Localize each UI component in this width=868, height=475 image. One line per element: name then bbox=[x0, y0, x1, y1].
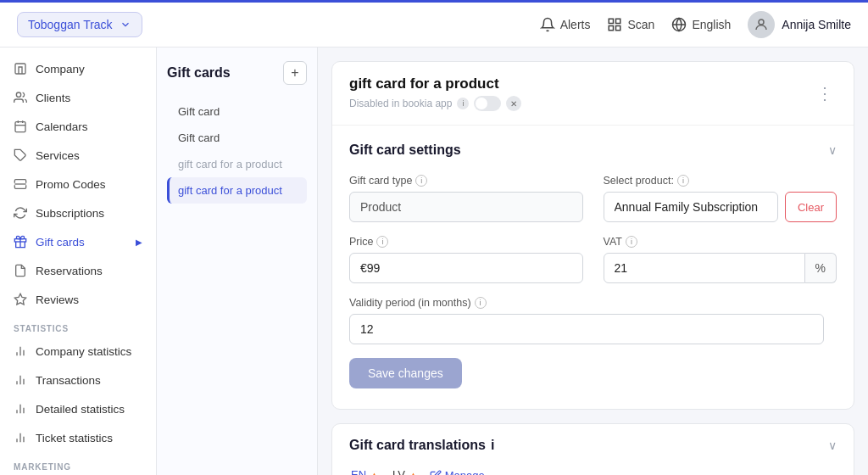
sidebar-item-reviews[interactable]: Reviews bbox=[0, 285, 156, 314]
info-icon[interactable]: i bbox=[457, 98, 469, 109]
add-gift-card-button[interactable]: + bbox=[283, 61, 307, 85]
gift-card-type-label: Gift card type i bbox=[349, 175, 583, 187]
vat-unit: % bbox=[805, 253, 837, 283]
lang-tab-lv-label: LV bbox=[392, 468, 405, 475]
price-group: Price i bbox=[349, 236, 583, 283]
translations-card: Gift card translations i ∨ EN ▲ LV ▲ bbox=[331, 423, 854, 475]
list-item[interactable]: gift card for a product bbox=[167, 177, 307, 204]
settings-section-title: Gift card settings bbox=[349, 142, 461, 158]
collapse-icon[interactable]: ∨ bbox=[828, 143, 837, 157]
validity-info-icon[interactable]: i bbox=[475, 297, 487, 309]
manage-link[interactable]: Manage bbox=[430, 469, 485, 475]
sidebar-item-ticket-statistics[interactable]: Ticket statistics bbox=[0, 423, 156, 452]
validity-input[interactable] bbox=[349, 314, 824, 344]
sidebar-item-clients[interactable]: Clients bbox=[0, 83, 156, 112]
sidebar-item-company-statistics[interactable]: Company statistics bbox=[0, 337, 156, 366]
sidebar-item-label: Clients bbox=[36, 92, 70, 104]
list-item[interactable]: Gift card bbox=[167, 125, 307, 151]
list-item[interactable]: Gift card bbox=[167, 98, 307, 125]
translations-collapse-icon[interactable]: ∨ bbox=[828, 439, 837, 452]
sidebar-item-label: Company statistics bbox=[36, 345, 131, 358]
marketing-section-label: MARKETING bbox=[0, 452, 156, 475]
sidebar-item-label: Services bbox=[36, 149, 80, 162]
brand-name: Toboggan Track bbox=[28, 18, 113, 31]
sidebar-item-promo-codes[interactable]: Promo Codes bbox=[0, 170, 156, 198]
calendar-icon bbox=[14, 120, 27, 133]
sidebar-item-detailed-statistics[interactable]: Detailed statistics bbox=[0, 394, 156, 423]
statistics-section-label: STATISTICS bbox=[0, 314, 156, 337]
scan-button[interactable]: Scan bbox=[607, 17, 654, 32]
scan-icon bbox=[607, 17, 622, 32]
list-item[interactable]: gift card for a product bbox=[167, 151, 307, 177]
gift-cards-sub-panel: Gift cards + Gift card Gift card gift ca… bbox=[157, 48, 318, 475]
pencil-icon bbox=[430, 470, 442, 476]
svg-rect-2 bbox=[609, 26, 614, 31]
chart-icon bbox=[14, 344, 27, 358]
lang-tab-en[interactable]: EN ▲ bbox=[349, 465, 381, 475]
sidebar-arrow-icon: ▶ bbox=[136, 238, 142, 247]
form-grid: Gift card type i Select product: i Clear bbox=[349, 175, 837, 222]
services-icon bbox=[14, 148, 27, 162]
card-title-row: gift card for a product bbox=[349, 75, 813, 92]
brand-selector[interactable]: Toboggan Track bbox=[17, 12, 142, 37]
card-menu-button[interactable]: ⋮ bbox=[813, 81, 837, 105]
disabled-badge: Disabled in bookia app i ✕ bbox=[349, 96, 813, 111]
subscriptions-icon bbox=[14, 206, 27, 220]
sidebar-item-services[interactable]: Services bbox=[0, 141, 156, 170]
language-selector[interactable]: English bbox=[671, 17, 731, 32]
sidebar-item-label: Transactions bbox=[36, 374, 101, 387]
sidebar-item-calendars[interactable]: Calendars bbox=[0, 112, 156, 141]
price-info-icon[interactable]: i bbox=[376, 236, 388, 248]
manage-label: Manage bbox=[445, 469, 485, 475]
clear-button[interactable]: Clear bbox=[785, 192, 837, 222]
sidebar-item-subscriptions[interactable]: Subscriptions bbox=[0, 198, 156, 227]
sidebar-item-gift-cards[interactable]: Gift cards ▶ bbox=[0, 227, 156, 256]
sidebar-item-transactions[interactable]: Transactions bbox=[0, 366, 156, 394]
layout: Company Clients Calendars Services Promo… bbox=[0, 48, 868, 475]
user-menu[interactable]: Annija Smilte bbox=[748, 11, 851, 38]
sidebar-item-label: Calendars bbox=[36, 120, 88, 133]
en-warning-icon: ▲ bbox=[370, 470, 379, 476]
card-header: gift card for a product Disabled in book… bbox=[332, 62, 854, 126]
sidebar-item-label: Gift cards bbox=[36, 236, 85, 249]
close-icon[interactable]: ✕ bbox=[506, 96, 521, 111]
type-info-icon[interactable]: i bbox=[415, 175, 427, 187]
app-toggle[interactable] bbox=[474, 96, 501, 111]
price-input[interactable] bbox=[349, 253, 583, 283]
sidebar-item-label: Promo Codes bbox=[36, 178, 106, 191]
alerts-label: Alerts bbox=[560, 18, 591, 31]
ticket-stats-icon bbox=[14, 431, 27, 444]
avatar bbox=[748, 11, 775, 38]
svg-rect-9 bbox=[15, 122, 25, 132]
sidebar: Company Clients Calendars Services Promo… bbox=[0, 48, 157, 475]
sidebar-item-company[interactable]: Company bbox=[0, 54, 156, 83]
globe-icon bbox=[671, 17, 687, 32]
select-product-input[interactable] bbox=[604, 192, 778, 222]
select-product-group: Select product: i Clear bbox=[604, 175, 837, 222]
form-grid-2: Price i VAT i % bbox=[349, 236, 837, 283]
chevron-down-icon bbox=[120, 19, 131, 31]
main-content: gift card for a product Disabled in book… bbox=[318, 48, 868, 475]
card-title: gift card for a product bbox=[349, 75, 499, 92]
save-changes-button[interactable]: Save changes bbox=[349, 358, 462, 388]
gift-card-type-input[interactable] bbox=[349, 192, 583, 222]
svg-rect-7 bbox=[15, 64, 25, 74]
product-info-icon[interactable]: i bbox=[677, 175, 689, 187]
gift-card-type-group: Gift card type i bbox=[349, 175, 583, 222]
sidebar-item-label: Subscriptions bbox=[36, 207, 104, 220]
list-item-label: Gift card bbox=[178, 105, 220, 118]
transactions-icon bbox=[14, 373, 27, 387]
top-actions: Alerts Scan English Annija Smilte bbox=[540, 11, 851, 38]
sidebar-item-reservations[interactable]: Reservations bbox=[0, 256, 156, 285]
lv-warning-icon: ▲ bbox=[409, 470, 418, 476]
validity-group: Validity period (in months) i bbox=[349, 297, 837, 344]
vat-info-icon[interactable]: i bbox=[626, 236, 637, 248]
lang-tab-lv[interactable]: LV ▲ bbox=[391, 465, 420, 475]
svg-marker-17 bbox=[14, 293, 25, 305]
list-item-label: gift card for a product bbox=[178, 158, 282, 170]
vat-label: VAT i bbox=[604, 236, 837, 248]
vat-input[interactable] bbox=[604, 253, 805, 283]
alerts-button[interactable]: Alerts bbox=[540, 17, 591, 32]
users-icon bbox=[14, 91, 27, 104]
translations-info-icon[interactable]: i bbox=[491, 438, 494, 453]
